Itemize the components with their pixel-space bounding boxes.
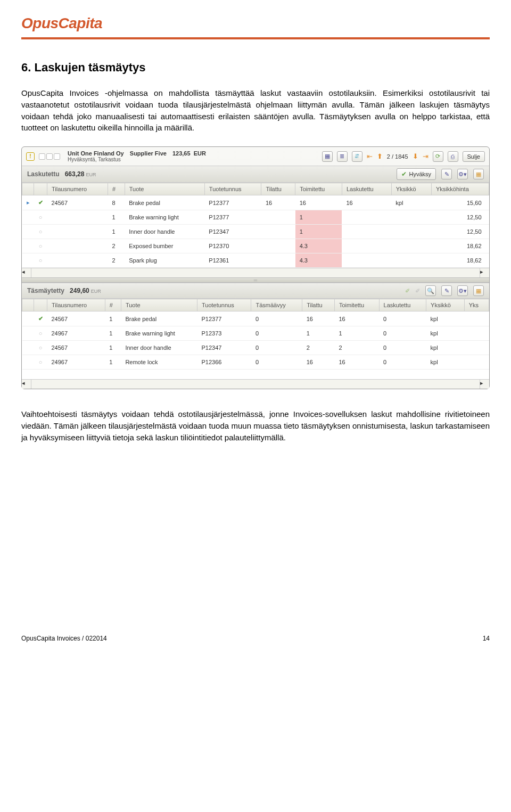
footer-left: OpusCapita Invoices / 022014 bbox=[21, 635, 107, 642]
col-header[interactable]: Tuotetunnus bbox=[204, 183, 261, 195]
filter-icon[interactable]: ⇵ bbox=[352, 151, 362, 162]
nav-position: 2 / 1845 bbox=[387, 153, 408, 160]
refresh-icon[interactable]: ⟳ bbox=[433, 151, 443, 162]
cell bbox=[342, 225, 391, 239]
cell: 0 bbox=[251, 355, 302, 370]
cell bbox=[47, 210, 108, 225]
cell: 16 bbox=[334, 311, 379, 326]
grid-icon-2[interactable]: ▦ bbox=[473, 285, 484, 296]
table-row[interactable]: ▸✔245678Brake pedalP12377161616kpl15,60 bbox=[22, 195, 489, 210]
print-icon[interactable]: ⎙ bbox=[448, 151, 458, 162]
cell: ○ bbox=[34, 210, 47, 225]
section-laskutettu-bar: Laskutettu 663,28 EUR ✔ Hyväksy ✎ ⚙▾ ▦ bbox=[22, 166, 489, 183]
col-header[interactable] bbox=[34, 299, 47, 311]
page-footer: OpusCapita Invoices / 022014 14 bbox=[21, 635, 490, 642]
header-currency: EUR bbox=[194, 150, 206, 157]
approve-button[interactable]: ✔ Hyväksy bbox=[397, 168, 436, 180]
col-header[interactable]: Yksikkö bbox=[391, 183, 431, 195]
app-window: ! Unit One Finland Oy Supplier Five 123,… bbox=[21, 146, 490, 389]
col-header[interactable]: # bbox=[105, 299, 121, 311]
col-header[interactable]: Tuote bbox=[125, 183, 204, 195]
cell: ○ bbox=[34, 239, 47, 253]
cell: Spark plug bbox=[125, 253, 204, 268]
cell: Brake pedal bbox=[121, 311, 197, 326]
logo: OpusCapita bbox=[21, 15, 102, 31]
cell: P12377 bbox=[204, 210, 261, 225]
search-icon[interactable]: 🔍 bbox=[425, 285, 436, 296]
col-header[interactable]: Yksikkö bbox=[426, 299, 465, 311]
col-header[interactable]: Toimitettu bbox=[334, 299, 379, 311]
company-name: Unit One Finland Oy bbox=[68, 150, 124, 157]
table-row[interactable]: ○249671Remote lockP12366016160kpl bbox=[22, 355, 489, 370]
cell bbox=[22, 355, 34, 370]
view-image-icon[interactable]: ▦ bbox=[322, 151, 333, 162]
cell: ○ bbox=[34, 225, 47, 239]
tab-squares[interactable] bbox=[39, 153, 60, 160]
scrollbar-horizontal-1[interactable]: ◂▸ bbox=[22, 268, 489, 277]
table-row[interactable]: ○2Spark plugP123614.318,62 bbox=[22, 253, 489, 268]
col-header[interactable]: Yksikköhinta bbox=[432, 183, 489, 195]
cell: P12377 bbox=[197, 311, 251, 326]
close-button[interactable]: Sulje bbox=[463, 151, 485, 162]
table-row[interactable]: ○1Inner door handleP12347112,50 bbox=[22, 225, 489, 239]
cell bbox=[261, 253, 295, 268]
splitter-handle[interactable]: ═ bbox=[22, 277, 489, 283]
section1-currency: EUR bbox=[86, 172, 96, 177]
cell bbox=[47, 253, 108, 268]
tool-icon-2[interactable]: ✎ bbox=[441, 285, 452, 296]
col-header[interactable]: Tilattu bbox=[261, 183, 295, 195]
cell: 1 bbox=[295, 210, 342, 225]
tool-icon-1[interactable]: ✎ bbox=[441, 169, 452, 179]
col-header[interactable]: Yks bbox=[464, 299, 489, 311]
table-row[interactable]: ○1Brake warning lightP12377112,50 bbox=[22, 210, 489, 225]
table-row[interactable]: ○2Exposed bumberP123704.318,62 bbox=[22, 239, 489, 253]
table-row[interactable]: ○245671Inner door handleP123470220kpl bbox=[22, 341, 489, 355]
cell: 24567 bbox=[47, 311, 105, 326]
nav-prev-icon[interactable]: ⬆ bbox=[377, 152, 383, 160]
cell: ○ bbox=[34, 341, 47, 355]
col-header[interactable]: Täsmäävyy bbox=[251, 299, 302, 311]
col-header[interactable] bbox=[34, 183, 47, 195]
nav-last-icon[interactable]: ⇥ bbox=[423, 152, 428, 160]
scrollbar-horizontal-2[interactable]: ◂▸ bbox=[22, 379, 489, 389]
col-header[interactable] bbox=[22, 299, 34, 311]
cell: 1 bbox=[105, 311, 121, 326]
col-header[interactable] bbox=[22, 183, 34, 195]
section-tasmaytetty-bar: Täsmäytetty 249,60 EUR ✐ ✐ 🔍 ✎ ⚙▾ ▦ bbox=[22, 283, 489, 299]
cell: Exposed bumber bbox=[125, 239, 204, 253]
cell bbox=[391, 253, 431, 268]
match-icon-2[interactable]: ✐ bbox=[415, 288, 420, 294]
cell: kpl bbox=[391, 195, 431, 210]
status-line: Hyväksyntä, Tarkastus bbox=[68, 157, 206, 162]
match-icon-1[interactable]: ✐ bbox=[405, 288, 410, 294]
settings-icon[interactable]: ⚙▾ bbox=[457, 169, 468, 179]
cell: kpl bbox=[426, 326, 465, 341]
col-header[interactable]: # bbox=[108, 183, 125, 195]
col-header[interactable]: Tuotetunnus bbox=[197, 299, 251, 311]
nav-first-icon[interactable]: ⇤ bbox=[367, 152, 373, 160]
col-header[interactable]: Toimitettu bbox=[295, 183, 342, 195]
check-icon: ✔ bbox=[401, 170, 407, 178]
cell: 0 bbox=[251, 311, 302, 326]
cell bbox=[464, 311, 489, 326]
table-row[interactable]: ○249671Brake warning lightP123730110kpl bbox=[22, 326, 489, 341]
cell: 8 bbox=[108, 195, 125, 210]
page-header: OpusCapita bbox=[21, 0, 490, 39]
col-header[interactable]: Tilattu bbox=[302, 299, 335, 311]
col-header[interactable]: Tilausnumero bbox=[47, 183, 108, 195]
cell bbox=[391, 239, 431, 253]
nav-next-icon[interactable]: ⬇ bbox=[413, 152, 418, 160]
cell: 4.3 bbox=[295, 239, 342, 253]
cell: 1 bbox=[108, 210, 125, 225]
grid-icon[interactable]: ▦ bbox=[473, 169, 484, 179]
col-header[interactable]: Laskutettu bbox=[379, 299, 426, 311]
settings-icon-2[interactable]: ⚙▾ bbox=[457, 285, 468, 296]
view-list-icon[interactable]: ≣ bbox=[337, 151, 348, 162]
table-row[interactable]: ✔245671Brake pedalP12377016160kpl bbox=[22, 311, 489, 326]
col-header[interactable]: Tilausnumero bbox=[47, 299, 105, 311]
supplier-name: Supplier Five bbox=[130, 150, 167, 157]
col-header[interactable]: Laskutettu bbox=[342, 183, 391, 195]
col-header[interactable]: Tuote bbox=[121, 299, 197, 311]
cell: P12373 bbox=[197, 326, 251, 341]
cell: ○ bbox=[34, 355, 47, 370]
